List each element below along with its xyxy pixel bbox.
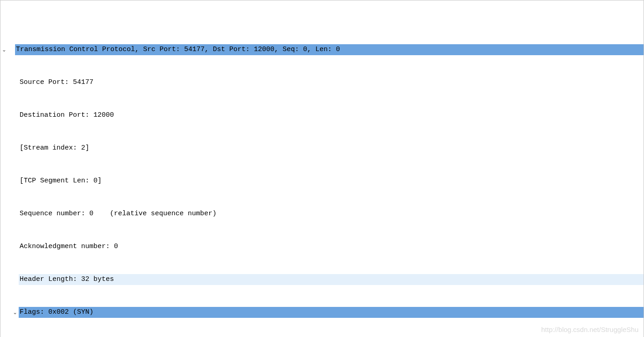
flags-summary-label: Flags: 0x002 (SYN)	[19, 307, 644, 318]
segment-len-label: [TCP Segment Len: 0]	[19, 176, 644, 187]
segment-len-row[interactable]: [TCP Segment Len: 0]	[0, 176, 644, 187]
seq-num-label: Sequence number: 0 (relative sequence nu…	[19, 208, 644, 219]
watermark-text: http://blog.csdn.net/StruggleShu	[541, 324, 639, 335]
header-len-label: Header Length: 32 bytes	[19, 274, 644, 285]
stream-index-label: [Stream index: 2]	[19, 143, 644, 154]
tcp-header-row[interactable]: ⌄ Transmission Control Protocol, Src Por…	[0, 44, 644, 55]
chevron-down-icon[interactable]: ⌄	[11, 307, 19, 318]
header-len-row[interactable]: Header Length: 32 bytes	[0, 274, 644, 285]
src-port-row[interactable]: Source Port: 54177	[0, 77, 644, 88]
stream-index-row[interactable]: [Stream index: 2]	[0, 143, 644, 154]
ack-num-label: Acknowledgment number: 0	[19, 241, 644, 252]
flags-summary-row[interactable]: ⌄ Flags: 0x002 (SYN)	[0, 307, 644, 318]
dst-port-row[interactable]: Destination Port: 12000	[0, 110, 644, 121]
ack-num-row[interactable]: Acknowledgment number: 0	[0, 241, 644, 252]
chevron-down-icon[interactable]: ⌄	[0, 44, 8, 55]
tcp-header-label: Transmission Control Protocol, Src Port:…	[15, 44, 644, 55]
dst-port-label: Destination Port: 12000	[19, 110, 644, 121]
seq-num-row[interactable]: Sequence number: 0 (relative sequence nu…	[0, 208, 644, 219]
src-port-label: Source Port: 54177	[19, 77, 644, 88]
